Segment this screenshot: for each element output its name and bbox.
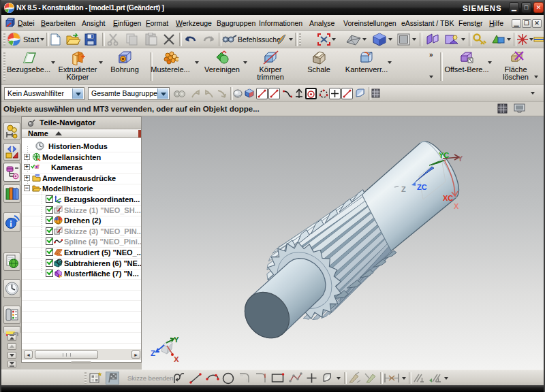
- svg-text:YC: YC: [439, 151, 449, 159]
- svg-text:ZC: ZC: [417, 183, 427, 191]
- svg-text:X: X: [174, 355, 179, 363]
- svg-text:Z: Z: [401, 185, 406, 193]
- svg-text:Z: Z: [151, 349, 155, 357]
- svg-text:Y: Y: [174, 336, 179, 344]
- svg-text:X: X: [454, 202, 459, 210]
- svg-text:XC: XC: [443, 194, 453, 202]
- svg-text:Y: Y: [458, 154, 463, 163]
